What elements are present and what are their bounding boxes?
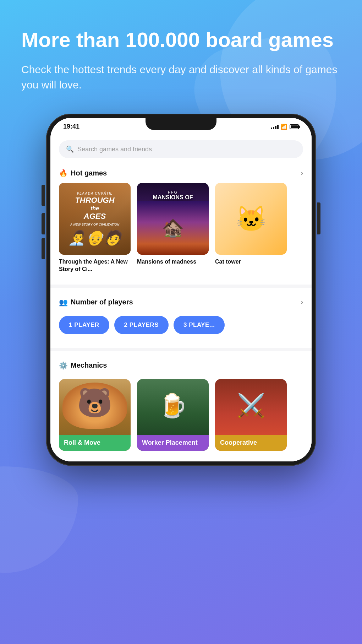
signal-icon — [271, 124, 279, 129]
main-title: More than 100.000 board games — [21, 28, 341, 51]
search-container: 🔍 Search games and friends — [50, 137, 312, 165]
mechanics-section: ⚙️ Mechanics Roll & Move 🍺 — [50, 354, 312, 461]
divider-1 — [50, 285, 312, 288]
hot-games-title: 🔥 Hot games — [59, 169, 107, 177]
game-cover-cat: 🐱 — [215, 183, 287, 255]
search-icon: 🔍 — [66, 145, 74, 153]
mechanics-list: Roll & Move 🍺 Worker Placement ⚔️ Cooper… — [50, 375, 312, 461]
players-label: Number of players — [71, 298, 133, 306]
fire-icon: 🔥 — [59, 169, 68, 177]
sub-title: Check the hottest trends every day and d… — [21, 62, 341, 93]
gear-icon: ⚙️ — [59, 361, 68, 370]
status-icons: 📶 — [271, 124, 299, 130]
wifi-icon: 📶 — [281, 124, 287, 130]
battery-icon — [290, 124, 299, 129]
coop-art: ⚔️ — [215, 381, 287, 431]
worker-art: 🍺 — [137, 381, 209, 431]
hot-games-see-all[interactable]: › — [301, 169, 303, 177]
game-card-through-ages[interactable]: VLAADA CHVÁTIL THROUGH the AGES A NEW ST… — [59, 183, 131, 273]
search-bar[interactable]: 🔍 Search games and friends — [59, 140, 303, 158]
mechanic-card-cooperative[interactable]: ⚔️ Cooperative — [215, 379, 287, 451]
search-placeholder: Search games and friends — [77, 146, 152, 153]
game-card-mansions[interactable]: FFG MANSIONS OFMADNESS 🏚️ Mansions of ma… — [137, 183, 209, 273]
hot-games-label: Hot games — [71, 169, 107, 177]
mechanics-header: ⚙️ Mechanics — [50, 358, 312, 375]
header-section: More than 100.000 board games Check the … — [0, 0, 362, 114]
phone-outer: 19:41 📶 — [46, 114, 316, 466]
game-name-mansions: Mansions of madness — [137, 258, 209, 266]
roll-move-art — [62, 383, 127, 429]
game-card-cat[interactable]: 🐱 Cat tower — [215, 183, 287, 273]
player-btn-3[interactable]: 3 PLAYE... — [174, 316, 225, 334]
through-ages-cover-text: VLAADA CHVÁTIL THROUGH the AGES A NEW ST… — [65, 188, 125, 250]
cooperative-label: Cooperative — [215, 435, 287, 451]
worker-placement-label: Worker Placement — [137, 435, 209, 451]
phone-notch — [146, 118, 216, 130]
game-name-through-ages: Through the Ages: A New Story of Ci... — [59, 258, 131, 273]
player-btn-2[interactable]: 2 PLAYERS — [114, 316, 169, 334]
mechanic-card-roll-move[interactable]: Roll & Move — [59, 379, 131, 451]
game-cover-mansions: FFG MANSIONS OFMADNESS 🏚️ — [137, 183, 209, 255]
game-name-cat: Cat tower — [215, 258, 287, 266]
mechanic-card-worker[interactable]: 🍺 Worker Placement — [137, 379, 209, 451]
hot-games-header: 🔥 Hot games › — [50, 165, 312, 183]
hot-games-list: VLAADA CHVÁTIL THROUGH the AGES A NEW ST… — [50, 183, 312, 282]
app-content: 🔍 Search games and friends 🔥 Hot games › — [50, 133, 312, 461]
players-see-all[interactable]: › — [301, 298, 303, 306]
mechanics-label: Mechanics — [71, 361, 107, 369]
player-btn-1[interactable]: 1 PLAYER — [59, 316, 109, 334]
divider-2 — [50, 348, 312, 351]
game-cover-through-ages: VLAADA CHVÁTIL THROUGH the AGES A NEW ST… — [59, 183, 131, 255]
roll-move-label: Roll & Move — [59, 435, 131, 451]
people-icon: 👥 — [59, 298, 68, 307]
phone-wrapper: 19:41 📶 — [46, 114, 316, 466]
status-time: 19:41 — [63, 123, 79, 130]
players-header: 👥 Number of players › — [50, 294, 312, 312]
phone-screen: 19:41 📶 — [50, 118, 312, 461]
players-buttons: 1 PLAYER 2 PLAYERS 3 PLAYE... — [50, 312, 312, 338]
players-title: 👥 Number of players — [59, 298, 133, 307]
players-section: 👥 Number of players › 1 PLAYER 2 PLAYERS… — [50, 291, 312, 345]
mechanics-title: ⚙️ Mechanics — [59, 361, 107, 370]
